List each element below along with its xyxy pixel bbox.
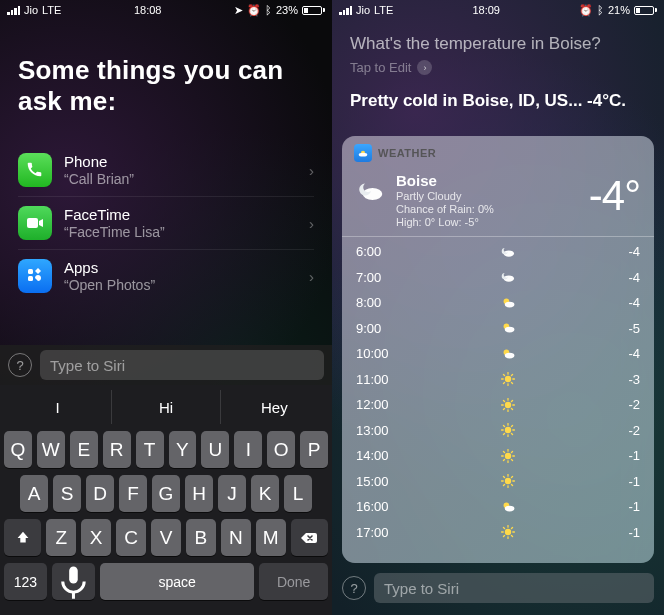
hourly-row: 11:00 -3 (356, 367, 640, 393)
key-G[interactable]: G (152, 475, 180, 512)
user-query: What's the temperature in Boise? (350, 34, 646, 54)
weather-card[interactable]: WEATHER Boise Partly Cloudy Chance of Ra… (342, 136, 654, 563)
rain-chance: Chance of Rain: 0% (396, 203, 589, 215)
suggestion-example: “Open Photos” (64, 277, 297, 293)
hourly-row: 10:00 -4 (356, 341, 640, 367)
key-done[interactable]: Done (259, 563, 328, 600)
key-Q[interactable]: Q (4, 431, 32, 468)
suggestion-item[interactable]: Phone “Call Brian” › (18, 144, 314, 197)
key-space[interactable]: space (100, 563, 255, 600)
key-J[interactable]: J (218, 475, 246, 512)
facetime-icon (18, 206, 52, 240)
screen-left-siri-suggestions: Jio LTE 18:08 ➤ ⏰ ᛒ 23% Some things you … (0, 0, 332, 615)
siri-input-row: ? Type to Siri (332, 567, 664, 609)
key-U[interactable]: U (201, 431, 229, 468)
key-dictate[interactable] (52, 563, 95, 600)
siri-text-input[interactable]: Type to Siri (374, 573, 654, 603)
key-F[interactable]: F (119, 475, 147, 512)
hourly-row: 6:00 -4 (356, 239, 640, 265)
chevron-right-icon: › (309, 268, 314, 285)
key-R[interactable]: R (103, 431, 131, 468)
hourly-row: 12:00 -2 (356, 392, 640, 418)
keyboard: IHiHey QWERTYUIOP ASDFGHJKL ZXCVBNM 123 … (0, 385, 332, 615)
help-button[interactable]: ? (8, 353, 32, 377)
bluetooth-icon: ᛒ (265, 4, 272, 16)
hour-time: 13:00 (356, 423, 406, 438)
key-H[interactable]: H (185, 475, 213, 512)
hourly-row: 8:00 -4 (356, 290, 640, 316)
help-button[interactable]: ? (342, 576, 366, 600)
hour-time: 6:00 (356, 244, 406, 259)
status-bar: Jio LTE 18:09 ⏰ ᛒ 21% (332, 0, 664, 20)
prediction[interactable]: Hey (221, 390, 328, 424)
battery-icon (302, 6, 325, 15)
hourly-row: 14:00 -1 (356, 443, 640, 469)
key-K[interactable]: K (251, 475, 279, 512)
key-B[interactable]: B (186, 519, 216, 556)
apps-icon (18, 259, 52, 293)
hour-condition-icon (406, 244, 610, 260)
clock: 18:09 (472, 4, 500, 16)
alarm-icon: ⏰ (579, 4, 593, 17)
battery-pct: 21% (608, 4, 630, 16)
chevron-right-icon: › (417, 60, 432, 75)
high-low: High: 0° Low: -5° (396, 216, 589, 228)
clock: 18:08 (134, 4, 162, 16)
key-I[interactable]: I (234, 431, 262, 468)
alarm-icon: ⏰ (247, 4, 261, 17)
carrier-label: Jio (356, 4, 370, 16)
prediction[interactable]: Hi (112, 390, 220, 424)
siri-input-placeholder: Type to Siri (50, 357, 125, 374)
suggestion-item[interactable]: FaceTime “FaceTime Lisa” › (18, 197, 314, 250)
key-D[interactable]: D (86, 475, 114, 512)
hour-temp: -4 (610, 295, 640, 310)
hourly-row: 16:00 -1 (356, 494, 640, 520)
key-A[interactable]: A (20, 475, 48, 512)
status-bar: Jio LTE 18:08 ➤ ⏰ ᛒ 23% (0, 0, 332, 20)
hour-time: 10:00 (356, 346, 406, 361)
key-L[interactable]: L (284, 475, 312, 512)
key-N[interactable]: N (221, 519, 251, 556)
suggestion-title: FaceTime (64, 206, 297, 223)
key-backspace[interactable] (291, 519, 328, 556)
hour-condition-icon (406, 320, 610, 336)
key-numbers[interactable]: 123 (4, 563, 47, 600)
key-Z[interactable]: Z (46, 519, 76, 556)
tap-to-edit[interactable]: Tap to Edit › (350, 60, 646, 75)
key-P[interactable]: P (300, 431, 328, 468)
hourly-row: 7:00 -4 (356, 265, 640, 291)
hour-time: 11:00 (356, 372, 406, 387)
key-shift[interactable] (4, 519, 41, 556)
hour-time: 14:00 (356, 448, 406, 463)
siri-text-input[interactable]: Type to Siri (40, 350, 324, 380)
hourly-row: 13:00 -2 (356, 418, 640, 444)
suggestion-item[interactable]: Apps “Open Photos” › (18, 250, 314, 302)
signal-icon (339, 6, 352, 15)
key-E[interactable]: E (70, 431, 98, 468)
key-T[interactable]: T (136, 431, 164, 468)
suggestion-title: Phone (64, 153, 297, 170)
siri-input-placeholder: Type to Siri (384, 580, 459, 597)
current-condition-icon (356, 172, 396, 228)
hour-condition-icon (406, 346, 610, 362)
siri-heading: Some things you can ask me: (18, 55, 314, 116)
prediction[interactable]: I (4, 390, 112, 424)
hour-temp: -5 (610, 321, 640, 336)
key-M[interactable]: M (256, 519, 286, 556)
mic-icon (52, 560, 95, 603)
key-C[interactable]: C (116, 519, 146, 556)
key-O[interactable]: O (267, 431, 295, 468)
key-V[interactable]: V (151, 519, 181, 556)
hour-condition-icon (406, 448, 610, 464)
key-S[interactable]: S (53, 475, 81, 512)
hour-condition-icon (406, 295, 610, 311)
key-Y[interactable]: Y (169, 431, 197, 468)
location-icon: ➤ (234, 4, 243, 17)
hour-temp: -1 (610, 525, 640, 540)
hour-temp: -4 (610, 244, 640, 259)
city-name: Boise (396, 172, 589, 189)
key-W[interactable]: W (37, 431, 65, 468)
key-X[interactable]: X (81, 519, 111, 556)
hour-temp: -4 (610, 346, 640, 361)
weather-app-icon (354, 144, 372, 162)
